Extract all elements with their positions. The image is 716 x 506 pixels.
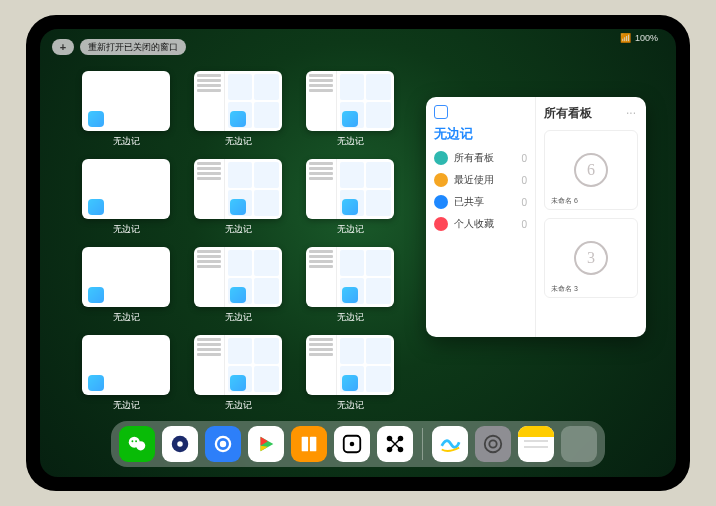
sidebar-item[interactable]: 个人收藏0 xyxy=(434,217,527,231)
sidebar-item-icon xyxy=(434,173,448,187)
thumbnail-label: 无边记 xyxy=(225,311,252,324)
dock-app-browser-q[interactable] xyxy=(205,426,241,462)
svg-marker-10 xyxy=(261,446,268,452)
status-bar: 📶 100% xyxy=(620,33,658,43)
sidebar-item[interactable]: 最近使用0 xyxy=(434,173,527,187)
thumbnail-preview xyxy=(194,71,282,131)
thumbnail-label: 无边记 xyxy=(225,223,252,236)
svg-point-1 xyxy=(136,441,145,450)
toolbar: + 重新打开已关闭的窗口 xyxy=(52,39,186,55)
sidebar-item-icon xyxy=(434,195,448,209)
svg-rect-12 xyxy=(310,437,316,452)
sidebar-item[interactable]: 已共享0 xyxy=(434,195,527,209)
window-thumbnail[interactable]: 无边记 xyxy=(194,335,282,415)
board-preview-icon: 6 xyxy=(574,153,608,187)
sidebar-item-label: 已共享 xyxy=(454,195,484,209)
plus-icon: + xyxy=(60,41,66,53)
more-menu-icon[interactable]: ... xyxy=(626,103,636,117)
window-thumbnail[interactable]: 无边记 xyxy=(82,335,170,415)
board-card[interactable]: 3未命名 3 xyxy=(544,218,638,298)
svg-point-22 xyxy=(489,440,496,447)
sidebar-item-count: 0 xyxy=(521,197,527,208)
window-thumbnail[interactable]: 无边记 xyxy=(194,71,282,151)
sidebar-item-count: 0 xyxy=(521,153,527,164)
dock-app-play-video[interactable] xyxy=(248,426,284,462)
window-thumbnail[interactable]: 无边记 xyxy=(82,71,170,151)
thumbnail-label: 无边记 xyxy=(113,399,140,412)
window-thumbnail[interactable]: 无边记 xyxy=(82,247,170,327)
popup-content: ... 所有看板 6未命名 63未命名 3 xyxy=(536,97,646,337)
board-card[interactable]: 6未命名 6 xyxy=(544,130,638,210)
sidebar-item-count: 0 xyxy=(521,219,527,230)
thumbnail-preview xyxy=(306,247,394,307)
screen: 📶 100% + 重新打开已关闭的窗口 无边记无边记无边记无边记无边记无边记无边… xyxy=(40,29,676,477)
svg-point-14 xyxy=(350,442,355,447)
reopen-label: 重新打开已关闭的窗口 xyxy=(88,41,178,54)
thumbnail-label: 无边记 xyxy=(225,399,252,412)
svg-point-3 xyxy=(135,440,137,442)
svg-point-5 xyxy=(177,441,183,447)
thumbnail-label: 无边记 xyxy=(337,311,364,324)
dock-app-notes[interactable] xyxy=(518,426,554,462)
thumbnail-preview xyxy=(82,247,170,307)
popup-app-title: 无边记 xyxy=(434,125,527,143)
thumbnail-label: 无边记 xyxy=(113,223,140,236)
new-window-button[interactable]: + xyxy=(52,39,74,55)
reopen-closed-window-button[interactable]: 重新打开已关闭的窗口 xyxy=(80,39,186,55)
dock-app-settings[interactable] xyxy=(475,426,511,462)
thumbnail-preview xyxy=(82,335,170,395)
window-thumbnail[interactable]: 无边记 xyxy=(306,247,394,327)
signal-icon: 📶 xyxy=(620,33,631,43)
thumbnail-preview xyxy=(306,335,394,395)
dock-app-freeform[interactable] xyxy=(432,426,468,462)
svg-rect-11 xyxy=(302,437,308,452)
dock xyxy=(111,421,605,467)
ipad-frame: 📶 100% + 重新打开已关闭的窗口 无边记无边记无边记无边记无边记无边记无边… xyxy=(26,15,690,491)
thumbnail-label: 无边记 xyxy=(113,135,140,148)
dock-app-books[interactable] xyxy=(291,426,327,462)
board-card-caption: 未命名 3 xyxy=(551,285,578,293)
sidebar-item-label: 最近使用 xyxy=(454,173,494,187)
popup-content-title: 所有看板 xyxy=(544,105,638,122)
dock-app-dice[interactable] xyxy=(334,426,370,462)
sidebar-item[interactable]: 所有看板0 xyxy=(434,151,527,165)
sidebar-item-label: 个人收藏 xyxy=(454,217,494,231)
dock-app-wechat[interactable] xyxy=(119,426,155,462)
dock-app-graph-dots[interactable] xyxy=(377,426,413,462)
sidebar-item-label: 所有看板 xyxy=(454,151,494,165)
thumbnail-preview xyxy=(306,159,394,219)
thumbnail-label: 无边记 xyxy=(337,399,364,412)
svg-point-21 xyxy=(485,436,502,453)
sidebar-popup: 无边记 所有看板0最近使用0已共享0个人收藏0 ... 所有看板 6未命名 63… xyxy=(426,97,646,337)
window-switcher-grid: 无边记无边记无边记无边记无边记无边记无边记无边记无边记无边记无边记无边记 xyxy=(82,71,422,415)
dock-app-quark-blue[interactable] xyxy=(162,426,198,462)
window-thumbnail[interactable]: 无边记 xyxy=(306,335,394,415)
sidebar-item-count: 0 xyxy=(521,175,527,186)
thumbnail-preview xyxy=(306,71,394,131)
popup-sidebar: 无边记 所有看板0最近使用0已共享0个人收藏0 xyxy=(426,97,536,337)
sidebar-item-icon xyxy=(434,217,448,231)
window-thumbnail[interactable]: 无边记 xyxy=(194,247,282,327)
thumbnail-label: 无边记 xyxy=(225,135,252,148)
window-thumbnail[interactable]: 无边记 xyxy=(82,159,170,239)
dock-separator xyxy=(422,428,423,460)
sidebar-item-icon xyxy=(434,151,448,165)
thumbnail-preview xyxy=(82,71,170,131)
window-thumbnail[interactable]: 无边记 xyxy=(194,159,282,239)
board-card-caption: 未命名 6 xyxy=(551,197,578,205)
window-thumbnail[interactable]: 无边记 xyxy=(306,159,394,239)
window-thumbnail[interactable]: 无边记 xyxy=(306,71,394,151)
svg-point-2 xyxy=(132,440,134,442)
thumbnail-label: 无边记 xyxy=(337,223,364,236)
thumbnail-preview xyxy=(194,159,282,219)
board-preview-icon: 3 xyxy=(574,241,608,275)
thumbnail-label: 无边记 xyxy=(337,135,364,148)
thumbnail-label: 无边记 xyxy=(113,311,140,324)
thumbnail-preview xyxy=(82,159,170,219)
thumbnail-preview xyxy=(194,247,282,307)
battery-text: 100% xyxy=(635,33,658,43)
sidebar-toggle-icon[interactable] xyxy=(434,105,448,119)
dock-app-recent-grid[interactable] xyxy=(561,426,597,462)
thumbnail-preview xyxy=(194,335,282,395)
